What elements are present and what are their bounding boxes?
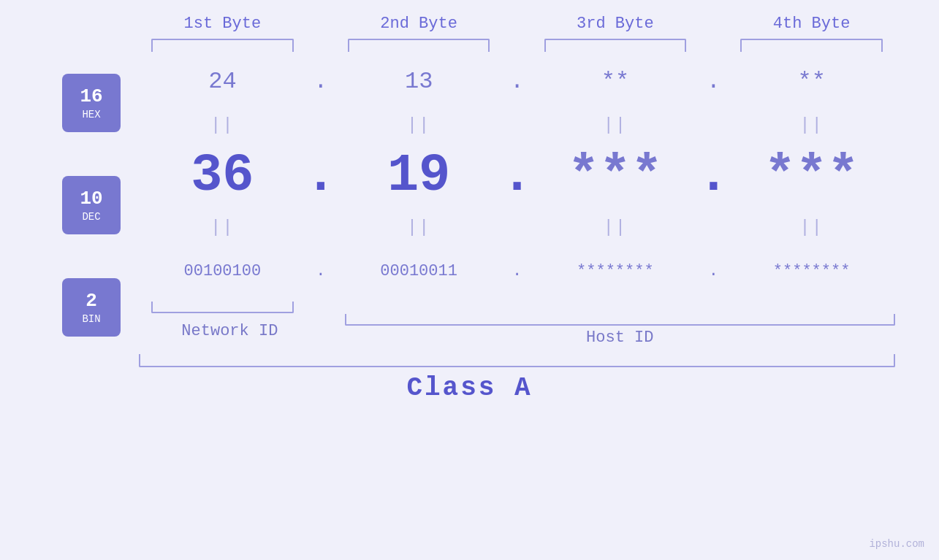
bin-b3: ******** <box>577 262 654 280</box>
eq1-b3: || <box>603 115 627 135</box>
bin-badge-num: 2 <box>85 290 97 312</box>
dec-badge: 10 DEC <box>62 176 121 234</box>
hex-dot3: . <box>707 68 721 95</box>
host-id-label: Host ID <box>586 329 653 347</box>
hex-badge-label: HEX <box>82 109 100 120</box>
hex-b4: ** <box>797 68 825 95</box>
bin-dot2: . <box>512 262 522 280</box>
byte3-header: 3rd Byte <box>532 15 699 39</box>
hex-dot2: . <box>510 68 524 95</box>
dec-b1: 36 <box>191 146 254 206</box>
dec-badge-num: 10 <box>80 188 102 210</box>
hex-badge: 16 HEX <box>62 74 121 132</box>
dec-b4: *** <box>764 146 859 206</box>
bin-b1: 00100100 <box>184 262 262 280</box>
dec-b3: *** <box>568 146 663 206</box>
eq1-b4: || <box>799 115 824 135</box>
hex-b2: 13 <box>405 68 433 95</box>
byte1-header: 1st Byte <box>139 15 306 39</box>
byte4-header: 4th Byte <box>728 15 895 39</box>
hex-dot1: . <box>313 68 327 95</box>
dec-dot2: . <box>501 146 533 206</box>
eq2-b1: || <box>210 218 235 237</box>
dec-dot1: . <box>305 146 336 206</box>
bin-b4: ******** <box>773 262 851 280</box>
dec-badge-label: DEC <box>82 211 100 223</box>
hex-badge-num: 16 <box>80 85 102 108</box>
eq2-b2: || <box>407 218 431 237</box>
bin-dot3: . <box>709 262 718 280</box>
eq2-b4: || <box>799 218 824 237</box>
hex-b1: 24 <box>208 68 236 95</box>
hex-b3: ** <box>601 68 629 95</box>
eq1-b2: || <box>407 115 431 135</box>
dec-dot3: . <box>698 146 729 206</box>
eq1-b1: || <box>210 115 235 135</box>
byte2-header: 2nd Byte <box>335 15 503 39</box>
eq2-b3: || <box>603 218 627 237</box>
watermark: ipshu.com <box>869 538 924 550</box>
dec-b2: 19 <box>387 146 450 206</box>
bin-b2: 00010011 <box>380 262 457 280</box>
class-label: Class A <box>406 373 532 403</box>
bin-dot1: . <box>316 262 325 280</box>
